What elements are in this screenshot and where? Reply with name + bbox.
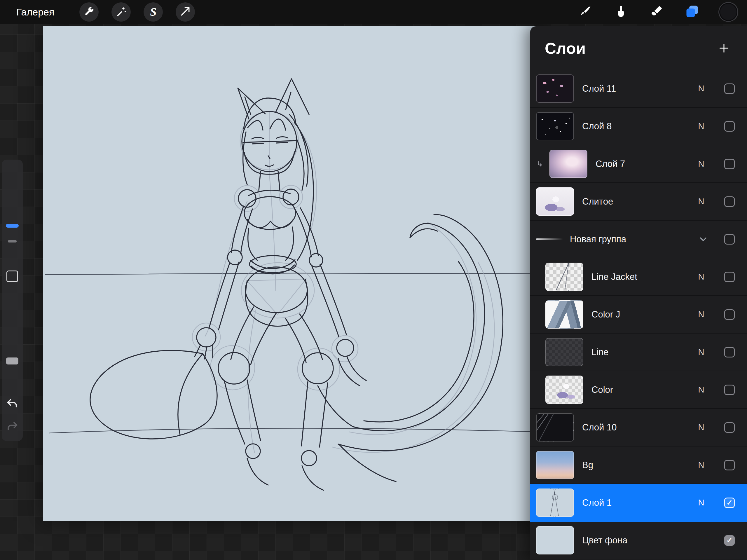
chevron-down-icon[interactable] <box>699 235 708 244</box>
layer-row[interactable]: Слой 11N <box>530 70 747 108</box>
visibility-checkbox[interactable] <box>724 460 735 470</box>
gallery-button[interactable]: Галерея <box>16 6 54 18</box>
layer-row[interactable]: Color JN <box>530 296 747 334</box>
layer-list: Слой 11NСлой 8NСлой 7NСлитоеNНовая групп… <box>530 70 747 559</box>
layer-thumbnail[interactable] <box>536 488 574 517</box>
eraser-tool-button[interactable] <box>647 3 666 21</box>
layer-thumbnail[interactable] <box>536 187 574 215</box>
color-swatch-button[interactable] <box>718 2 738 22</box>
layer-row-right: N <box>697 196 747 207</box>
layer-thumbnail[interactable] <box>536 451 574 479</box>
layer-row[interactable]: Слой 7N <box>530 145 747 183</box>
undo-button[interactable] <box>6 398 18 409</box>
undo-icon <box>6 404 18 409</box>
layers-panel-title: Слои <box>545 39 586 57</box>
visibility-checkbox[interactable] <box>724 422 735 433</box>
artwork-sketch <box>43 26 541 521</box>
blend-mode-button[interactable]: N <box>697 423 705 432</box>
visibility-checkbox[interactable] <box>724 272 735 282</box>
clip-mask-arrow-icon <box>536 160 544 168</box>
layers-panel-header: Слои <box>530 26 747 70</box>
layer-row-right: N <box>697 83 747 94</box>
layer-row-left: Color J <box>530 300 697 329</box>
layer-thumbnail[interactable] <box>545 263 583 291</box>
modify-button[interactable] <box>6 271 18 282</box>
layer-row-left: Bg <box>530 451 697 479</box>
blend-mode-button[interactable]: N <box>697 121 705 131</box>
slider-tick[interactable] <box>8 240 17 243</box>
layer-row[interactable]: BgN <box>530 447 747 484</box>
blend-mode-button[interactable]: N <box>697 197 705 206</box>
layer-name: Слой 1 <box>582 498 612 508</box>
layer-row-right: N <box>697 121 747 132</box>
blend-mode-button[interactable]: N <box>697 347 705 357</box>
visibility-checkbox[interactable] <box>724 196 735 207</box>
layer-thumbnail[interactable] <box>536 526 574 555</box>
adjustments-button[interactable] <box>111 2 131 22</box>
blend-mode-button[interactable]: N <box>697 84 705 93</box>
smudge-tool-button[interactable] <box>612 3 630 21</box>
layer-name: Color J <box>591 309 620 320</box>
layer-name: Цвет фона <box>582 535 627 546</box>
blend-mode-button[interactable]: N <box>697 272 705 282</box>
visibility-checkbox[interactable] <box>724 498 735 508</box>
eraser-icon <box>650 5 663 19</box>
layer-row[interactable]: Line JacketN <box>530 258 747 296</box>
redo-button[interactable] <box>6 421 18 432</box>
visibility-checkbox[interactable] <box>724 83 735 94</box>
visibility-checkbox[interactable] <box>724 234 735 245</box>
blend-mode-button[interactable]: N <box>697 498 705 507</box>
layer-row[interactable]: ColorN <box>530 371 747 409</box>
visibility-checkbox[interactable] <box>724 347 735 357</box>
visibility-checkbox[interactable] <box>724 159 735 169</box>
layers-panel-button[interactable] <box>683 3 701 21</box>
layer-thumbnail[interactable] <box>545 300 583 329</box>
layer-row[interactable]: Слой 1N <box>530 484 747 522</box>
layer-thumbnail[interactable] <box>536 112 574 141</box>
layer-group-row[interactable]: Новая группа <box>530 221 747 258</box>
layer-row[interactable]: СлитоеN <box>530 183 747 221</box>
canvas[interactable] <box>43 26 541 521</box>
layer-row-right <box>699 234 747 245</box>
blend-mode-button[interactable]: N <box>697 159 705 169</box>
brush-icon <box>578 5 592 19</box>
layer-row-left: Слой 8 <box>530 112 697 141</box>
layer-row-left: Новая группа <box>530 234 699 245</box>
layer-row-left: Line <box>530 338 697 366</box>
layer-row-right: N <box>697 272 747 282</box>
actions-button[interactable] <box>79 2 99 22</box>
add-layer-button[interactable] <box>718 42 730 54</box>
layer-row-left: Цвет фона <box>530 526 724 555</box>
brush-tool-button[interactable] <box>576 3 595 21</box>
layer-row-right: N <box>697 460 747 470</box>
layer-row[interactable]: LineN <box>530 334 747 371</box>
layer-thumbnail[interactable] <box>545 376 583 404</box>
layer-row-right <box>724 535 747 546</box>
layer-row-left: Color <box>530 376 697 404</box>
visibility-checkbox[interactable] <box>724 535 735 546</box>
layer-thumbnail[interactable] <box>549 150 587 178</box>
selection-button[interactable]: S <box>144 2 163 22</box>
transform-arrow-icon <box>180 6 191 18</box>
layer-name: Bg <box>582 460 593 470</box>
layer-thumbnail[interactable] <box>536 74 574 103</box>
layer-row-right: N <box>697 347 747 357</box>
blend-mode-button[interactable]: N <box>697 310 705 319</box>
layer-row[interactable]: Слой 10N <box>530 409 747 447</box>
layer-thumbnail[interactable] <box>536 413 574 441</box>
visibility-checkbox[interactable] <box>724 309 735 320</box>
blend-mode-button[interactable]: N <box>697 460 705 470</box>
layer-thumbnail[interactable] <box>545 338 583 366</box>
layer-name: Слой 11 <box>582 83 616 94</box>
opacity-slider[interactable] <box>6 357 18 364</box>
layer-row[interactable]: Цвет фона <box>530 522 747 559</box>
layer-row-left: Слой 1 <box>530 488 697 517</box>
layer-name: Новая группа <box>570 234 626 245</box>
visibility-checkbox[interactable] <box>724 385 735 395</box>
layer-name: Line Jacket <box>591 272 637 282</box>
transform-button[interactable] <box>176 2 195 22</box>
visibility-checkbox[interactable] <box>724 121 735 132</box>
brush-size-slider[interactable] <box>6 224 19 228</box>
layer-row[interactable]: Слой 8N <box>530 108 747 145</box>
blend-mode-button[interactable]: N <box>697 385 705 394</box>
